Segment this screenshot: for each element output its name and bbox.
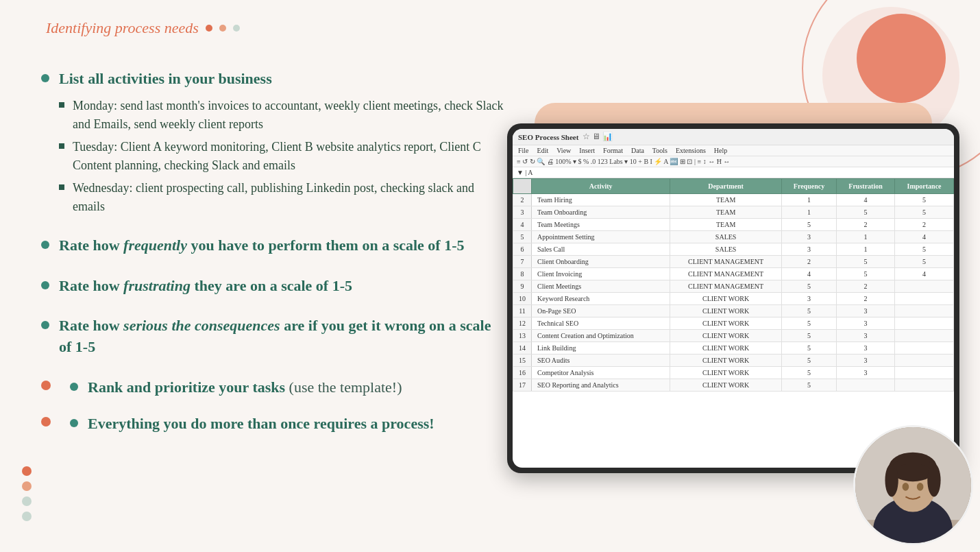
menu-help[interactable]: Help	[714, 147, 727, 154]
sub-dot-1-2	[59, 143, 64, 149]
row-number: 3	[513, 206, 532, 219]
content-left: List all activities in your business Mon…	[41, 69, 507, 454]
cell-dept: CLIENT WORK	[670, 355, 782, 367]
table-row: 17SEO Reporting and AnalyticsCLIENT WORK…	[513, 379, 954, 392]
col-header-imp: Importance	[895, 179, 954, 194]
cell-freq: 5	[782, 379, 837, 392]
col-header-freq: Frequency	[782, 179, 837, 194]
cell-dept: CLIENT WORK	[670, 367, 782, 379]
menu-extensions[interactable]: Extensions	[676, 147, 706, 154]
sub-text-1-2: Tuesday: Client A keyword monitoring, Cl…	[73, 138, 507, 175]
orange-dot-2	[41, 417, 51, 427]
menu-tools[interactable]: Tools	[652, 147, 667, 154]
tablet-screen: SEO Process Sheet ☆ 🖥 📊 File Edit View I…	[513, 129, 954, 468]
col-header-rownum	[513, 179, 532, 194]
bullet-dot-3	[41, 281, 49, 289]
table-row: 4Team MeetingsTEAM522	[513, 219, 954, 231]
cell-freq: 5	[782, 280, 837, 293]
bullet-dot-1	[41, 74, 49, 82]
cell-freq: 5	[782, 330, 837, 342]
menu-format[interactable]: Format	[603, 147, 623, 154]
cell-frust: 2	[836, 219, 894, 231]
cell-reference: ▼ | A	[517, 169, 533, 176]
row-number: 10	[513, 293, 532, 305]
table-row: 15SEO AuditsCLIENT WORK53	[513, 355, 954, 367]
menu-view[interactable]: View	[556, 147, 571, 154]
cell-imp	[895, 379, 954, 392]
spreadsheet-table: Activity Department Frequency Frustratio…	[513, 178, 954, 392]
cell-imp	[895, 280, 954, 293]
cell-activity: Link Building	[532, 342, 670, 355]
main-bullet-text-1: List all activities in your business	[59, 69, 272, 90]
cell-dept: CLIENT MANAGEMENT	[670, 268, 782, 280]
table-row: 6Sales CallSALES315	[513, 243, 954, 256]
cell-imp: 4	[895, 268, 954, 280]
bullet-dot-ob2	[70, 419, 78, 427]
menu-insert[interactable]: Insert	[579, 147, 595, 154]
cell-freq: 5	[782, 305, 837, 317]
orange-bullet-section-2: Everything you do more than once require…	[41, 413, 507, 435]
cell-imp: 5	[895, 206, 954, 219]
cell-dept: CLIENT WORK	[670, 379, 782, 392]
cell-activity: Sales Call	[532, 243, 670, 256]
row-number: 2	[513, 194, 532, 206]
sub-dot-1-3	[59, 184, 64, 190]
orange-main-bullet-1: Rank and prioritize your tasks (use the …	[70, 377, 402, 398]
main-bullet-3: Rate how frustrating they are on a scale…	[41, 276, 507, 297]
row-number: 7	[513, 256, 532, 268]
table-row: 8Client InvoicingCLIENT MANAGEMENT454	[513, 268, 954, 280]
video-circle	[853, 425, 973, 545]
cell-freq: 5	[782, 342, 837, 355]
cell-activity: Appointment Setting	[532, 231, 670, 243]
menu-file[interactable]: File	[518, 147, 529, 154]
cell-dept: TEAM	[670, 206, 782, 219]
left-dot-4	[22, 512, 32, 521]
orange-main-bullet-2: Everything you do more than once require…	[70, 413, 434, 435]
main-bullet-4: Rate how serious the consequences are if…	[41, 315, 507, 358]
cell-frust: 3	[836, 330, 894, 342]
cell-frust: 1	[836, 243, 894, 256]
menu-data[interactable]: Data	[631, 147, 644, 154]
orange-bullet-text-1: Rank and prioritize your tasks (use the …	[88, 377, 402, 398]
table-row: 9Client MeetingsCLIENT MANAGEMENT52	[513, 280, 954, 293]
table-row: 16Competitor AnalysisCLIENT WORK53	[513, 367, 954, 379]
sub-dot-1-1	[59, 102, 64, 108]
dot-1	[206, 25, 212, 32]
cell-dept: CLIENT WORK	[670, 317, 782, 330]
svg-point-9	[917, 483, 924, 491]
cell-activity: Competitor Analysis	[532, 367, 670, 379]
svg-point-7	[927, 464, 940, 496]
tablet-frame: SEO Process Sheet ☆ 🖥 📊 File Edit View I…	[507, 123, 959, 473]
cell-frust: 5	[836, 256, 894, 268]
cell-imp	[895, 330, 954, 342]
cell-dept: CLIENT MANAGEMENT	[670, 280, 782, 293]
left-dot-1	[22, 466, 32, 476]
bullet-section-4: Rate how serious the consequences are if…	[41, 315, 507, 358]
spreadsheet-table-wrapper: Activity Department Frequency Frustratio…	[513, 178, 954, 392]
bullet-dot-ob1	[70, 383, 78, 391]
cell-imp	[895, 293, 954, 305]
row-number: 17	[513, 379, 532, 392]
orange-bullet-text-2: Everything you do more than once require…	[88, 413, 434, 435]
cell-activity: Keyword Research	[532, 293, 670, 305]
left-dot-3	[22, 496, 32, 506]
row-number: 14	[513, 342, 532, 355]
table-row: 11On-Page SEOCLIENT WORK53	[513, 305, 954, 317]
toolbar-icons: ≡ ↺ ↻ 🔍 🖨 100% ▾ $ % .0 123 Labs ▾ 10 + …	[517, 158, 730, 165]
cell-freq: 1	[782, 194, 837, 206]
cell-frust: 3	[836, 342, 894, 355]
cell-freq: 5	[782, 367, 837, 379]
sub-bullet-1-1: Monday: send last month's invoices to ac…	[59, 97, 507, 134]
main-bullet-1: List all activities in your business	[41, 69, 507, 90]
menu-edit[interactable]: Edit	[537, 147, 549, 154]
row-number: 11	[513, 305, 532, 317]
orange-bullet-section-1: Rank and prioritize your tasks (use the …	[41, 377, 507, 398]
person-video	[855, 427, 971, 543]
left-orange-dots	[22, 466, 41, 521]
spreadsheet-titlebar: SEO Process Sheet ☆ 🖥 📊	[513, 129, 954, 145]
svg-point-6	[885, 464, 898, 496]
spreadsheet-title: SEO Process Sheet	[518, 133, 578, 141]
cell-activity: Team Hiring	[532, 194, 670, 206]
menu-bar[interactable]: File Edit View Insert Format Data Tools …	[513, 145, 954, 156]
cell-freq: 5	[782, 317, 837, 330]
